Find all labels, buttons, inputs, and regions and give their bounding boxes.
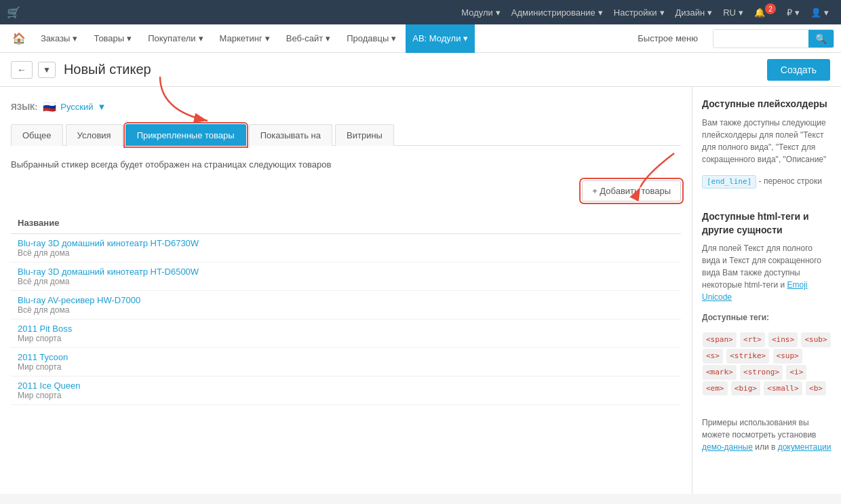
sidebar-section3-title: Доступные теги: — [702, 313, 769, 322]
html-tag: <sup> — [773, 349, 802, 364]
chevron-down-icon: ▾ — [326, 33, 330, 43]
chevron-down-icon: ▾ — [496, 7, 501, 18]
chevron-down-icon: ▾ — [463, 33, 468, 43]
html-tag: <s> — [703, 349, 723, 364]
product-category: Всё для дома — [18, 248, 674, 258]
product-name-link[interactable]: Blu-ray 3D домашний кинотеатр HT-D6500W — [18, 267, 674, 277]
html-tag: <em> — [703, 381, 728, 396]
sidebar-footer-text: Примеры использования вы можете посмотре… — [702, 416, 832, 453]
html-tag: <big> — [731, 381, 760, 396]
html-tag: <rt> — [740, 332, 765, 347]
sidebar-section2-text: Для полей Текст для полного вида и Текст… — [702, 242, 832, 303]
product-category: Всё для дома — [18, 305, 674, 315]
search-input[interactable] — [713, 31, 808, 46]
chevron-down-icon: ▾ — [598, 7, 603, 18]
product-category: Всё для дома — [18, 277, 674, 286]
documentation-link[interactable]: документации — [778, 442, 832, 452]
content-area: ЯЗЫК: 🇷🇺 Русский ▼ Общее Условия Прикреп… — [0, 87, 692, 494]
available-tags: <span> <rt> <ins> <sub> <s> <strike> <su… — [702, 332, 832, 396]
chevron-down-icon: ▾ — [739, 7, 743, 18]
chevron-down-icon: ▾ — [795, 7, 800, 18]
table-row: 2011 Tycoon Мир спорта — [11, 348, 681, 376]
notification-badge: 2 — [765, 3, 776, 14]
nav-marketing[interactable]: Маркетинг ▾ — [213, 24, 277, 53]
create-button[interactable]: Создать — [767, 59, 830, 81]
table-row: Blu-ray AV-ресивер HW-D7000 Всё для дома — [11, 291, 681, 319]
products-table: Название Blu-ray 3D домашний кинотеатр H… — [11, 212, 681, 405]
top-nav-modules[interactable]: Модули ▾ — [456, 0, 506, 24]
tab-storefronts[interactable]: Витрины — [335, 124, 394, 146]
table-row: 2011 Pit Boss Мир спорта — [11, 319, 681, 348]
html-tag: <sub> — [801, 332, 830, 347]
search-box: 🔍 — [713, 29, 834, 48]
html-tag: <ins> — [768, 332, 798, 347]
nav-orders[interactable]: Заказы ▾ — [34, 24, 84, 53]
add-products-button[interactable]: + Добавить товары — [582, 180, 681, 201]
product-category: Мир спорта — [18, 334, 674, 343]
description-text: Выбранный стикер всегда будет отображен … — [11, 159, 681, 170]
dropdown-arrow-button[interactable]: ▼ — [38, 62, 56, 78]
chevron-down-icon: ▾ — [824, 7, 829, 18]
language-selector[interactable]: 🇷🇺 Русский ▼ — [43, 100, 106, 113]
sidebar-help: Доступные плейсхолдеры Вам также доступн… — [692, 87, 841, 494]
chevron-down-icon: ▼ — [97, 102, 106, 112]
nav-customers[interactable]: Покупатели ▾ — [141, 24, 210, 53]
table-row: Blu-ray 3D домашний кинотеатр HT-D6730W … — [11, 234, 681, 263]
top-nav-user[interactable]: 👤 ▾ — [805, 0, 834, 24]
html-tag: <span> — [703, 332, 737, 347]
tabs-row: Общее Условия Прикрепленные товары Показ… — [11, 124, 681, 146]
html-tag: <mark> — [703, 365, 737, 380]
top-nav-admin[interactable]: Администрирование ▾ — [506, 0, 608, 24]
table-row: 2011 Ice Queen Мир спорта — [11, 376, 681, 405]
top-nav-language[interactable]: RU ▾ — [718, 0, 749, 24]
product-name-link[interactable]: 2011 Pit Boss — [18, 324, 674, 334]
chevron-down-icon: ▾ — [73, 33, 77, 43]
nav-sellers[interactable]: Продавцы ▾ — [340, 24, 403, 53]
top-nav-currency[interactable]: ₽ ▾ — [781, 0, 805, 24]
html-tag: <strike> — [726, 349, 769, 364]
chevron-down-icon: ▾ — [660, 7, 665, 18]
nav-website[interactable]: Веб-сайт ▾ — [279, 24, 337, 53]
tab-general[interactable]: Общее — [11, 124, 63, 146]
html-tag: <b> — [806, 381, 826, 396]
product-category: Мир спорта — [18, 391, 674, 400]
top-nav-design[interactable]: Дизайн ▾ — [670, 0, 718, 24]
home-button[interactable]: 🏠 — [7, 29, 31, 47]
tab-conditions[interactable]: Условия — [66, 124, 123, 146]
flag-icon: 🇷🇺 — [43, 100, 56, 113]
top-navigation-bar: 🛒 Модули ▾ Администрирование ▾ Настройки… — [0, 0, 841, 24]
language-row: ЯЗЫК: 🇷🇺 Русский ▼ — [11, 100, 681, 113]
product-name-link[interactable]: Blu-ray 3D домашний кинотеатр HT-D6730W — [18, 238, 674, 248]
sidebar-section1-title: Доступные плейсхолдеры — [702, 98, 832, 111]
add-products-row: + Добавить товары — [11, 180, 681, 201]
chevron-down-icon: ▾ — [707, 7, 712, 18]
tab-pinned-products[interactable]: Прикрепленные товары — [125, 124, 246, 146]
top-nav-notifications[interactable]: 🔔 2 — [749, 0, 781, 24]
product-name-link[interactable]: 2011 Ice Queen — [18, 381, 674, 391]
search-button[interactable]: 🔍 — [808, 30, 834, 47]
cart-icon[interactable]: 🛒 — [7, 6, 20, 19]
table-header-name: Название — [11, 212, 681, 234]
quick-menu-link[interactable]: Быстрое меню — [638, 33, 698, 43]
product-name-link[interactable]: 2011 Tycoon — [18, 352, 674, 362]
demo-data-link[interactable]: демо-данные — [702, 442, 753, 452]
html-tag: <strong> — [740, 365, 783, 380]
nav-ab-modules[interactable]: АВ: Модули ▾ — [406, 24, 475, 53]
nav-products[interactable]: Товары ▾ — [87, 24, 138, 53]
product-category: Мир спорта — [18, 362, 674, 372]
chevron-down-icon: ▾ — [199, 33, 203, 43]
product-name-link[interactable]: Blu-ray AV-ресивер HW-D7000 — [18, 295, 674, 305]
language-name: Русский — [60, 102, 93, 112]
back-button[interactable]: ← — [11, 61, 33, 79]
user-icon: 👤 — [810, 7, 821, 18]
language-label: ЯЗЫК: — [11, 102, 37, 112]
sidebar-section2-title: Доступные html-теги и другие сущности — [702, 210, 832, 237]
placeholder-tag: [end_line] — [702, 175, 756, 189]
chevron-down-icon: ▾ — [391, 33, 396, 43]
main-wrapper: ЯЗЫК: 🇷🇺 Русский ▼ Общее Условия Прикреп… — [0, 87, 841, 494]
placeholder-desc: - перенос строки — [759, 176, 822, 186]
tabs-wrapper: Общее Условия Прикрепленные товары Показ… — [11, 124, 681, 146]
top-nav-settings[interactable]: Настройки ▾ — [608, 0, 670, 24]
tab-show-on[interactable]: Показывать на — [249, 124, 332, 146]
html-tag: <i> — [786, 365, 806, 380]
